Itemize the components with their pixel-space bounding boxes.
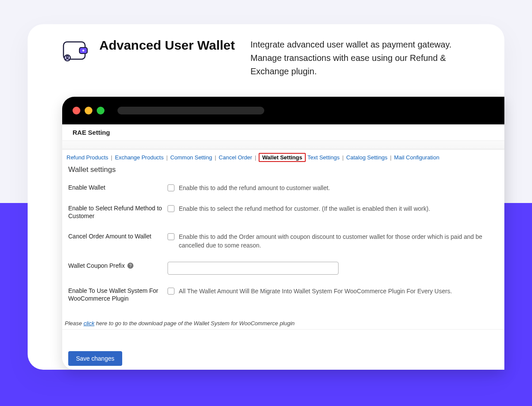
close-icon[interactable]	[73, 107, 80, 114]
checkbox-use-wallet-system[interactable]	[168, 288, 174, 295]
label-refund-method: Enable to Select Refund Method to Custom…	[68, 204, 168, 220]
settings-tabs: Refund Products | Exchange Products | Co…	[62, 149, 504, 164]
tab-wallet-settings[interactable]: Wallet Settings	[259, 153, 306, 162]
input-coupon-prefix[interactable]	[168, 262, 339, 275]
hint-cancel-order-amount: Enable this to add the Order amount with…	[179, 232, 500, 250]
checkbox-refund-method[interactable]	[168, 205, 174, 212]
tab-exchange-products[interactable]: Exchange Products	[115, 154, 164, 161]
download-note: Please click here to go to the download …	[62, 317, 504, 330]
minimize-icon[interactable]	[85, 107, 92, 114]
maximize-icon[interactable]	[97, 107, 104, 114]
download-link[interactable]: click	[83, 320, 94, 327]
hint-use-wallet-system: All The Wallet Amount Will Be Migrate In…	[179, 287, 452, 295]
section-title: Wallet settings	[62, 164, 504, 176]
hint-refund-method: Enable this to select the refund method …	[179, 204, 430, 213]
checkbox-cancel-order-amount[interactable]	[168, 233, 174, 240]
tab-text-settings[interactable]: Text Settings	[307, 154, 339, 161]
address-bar[interactable]	[117, 107, 264, 114]
tab-mail-configuration[interactable]: Mail Configuration	[394, 154, 440, 161]
label-use-wallet-system: Enable To Use Wallet System For WooComme…	[68, 287, 168, 302]
help-icon[interactable]: ?	[127, 263, 133, 269]
browser-titlebar	[62, 97, 504, 124]
feature-description: Integrate advanced user wallet as paymen…	[250, 37, 470, 78]
feature-title: Advanced User Wallet	[99, 37, 235, 54]
tab-cancel-order[interactable]: Cancel Order	[219, 154, 252, 161]
svg-point-2	[82, 50, 84, 51]
feature-card: Advanced User Wallet Integrate advanced …	[28, 24, 504, 370]
tab-catalog-settings[interactable]: Catalog Settings	[346, 154, 387, 161]
checkbox-enable-wallet[interactable]	[168, 184, 174, 191]
page-title: RAE Setting	[62, 124, 504, 141]
wallet-icon	[62, 41, 89, 61]
tab-common-setting[interactable]: Common Setting	[170, 154, 212, 161]
label-enable-wallet: Enable Wallet	[68, 184, 168, 191]
hint-enable-wallet: Enable this to add the refund amount to …	[179, 184, 330, 192]
save-button[interactable]: Save changes	[68, 351, 122, 366]
admin-tabstrip	[62, 141, 504, 149]
tab-refund-products[interactable]: Refund Products	[66, 154, 108, 161]
label-coupon-prefix: Wallet Coupon Prefix	[68, 262, 125, 270]
browser-window: RAE Setting Refund Products | Exchange P…	[62, 97, 504, 370]
label-cancel-order-amount: Cancel Order Amount to Wallet	[68, 232, 168, 240]
